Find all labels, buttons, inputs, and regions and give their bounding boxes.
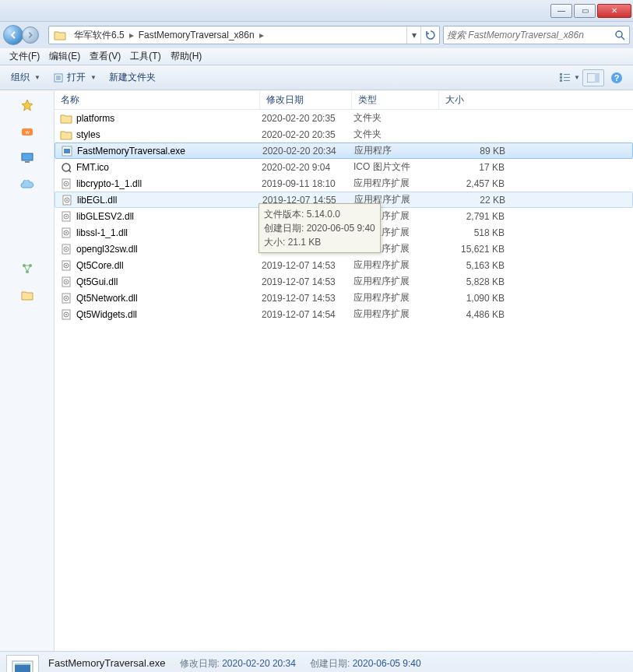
file-date: 2019-12-07 14:53 bbox=[262, 260, 353, 271]
column-date[interactable]: 修改日期 bbox=[260, 91, 352, 109]
details-pane: FastMemoryTraversal.exe 修改日期: 2020-02-20… bbox=[0, 651, 633, 672]
open-icon bbox=[53, 72, 64, 83]
dll-icon bbox=[60, 194, 74, 206]
file-name: Qt5Gui.dll bbox=[76, 276, 262, 287]
file-size: 15,621 KB bbox=[441, 244, 505, 255]
menu-help[interactable]: 帮助(H) bbox=[166, 48, 207, 65]
file-type: 应用程序 bbox=[354, 144, 441, 157]
favorites-icon[interactable] bbox=[19, 97, 35, 113]
back-button[interactable] bbox=[3, 25, 23, 45]
view-icon bbox=[560, 73, 572, 83]
file-type: 应用程序扩展 bbox=[353, 308, 441, 321]
file-size: 2,791 KB bbox=[441, 211, 505, 222]
search-box[interactable] bbox=[443, 26, 630, 44]
svg-rect-16 bbox=[25, 161, 30, 163]
computer-icon[interactable] bbox=[19, 150, 35, 166]
tooltip: 文件版本: 5.14.0.0 创建日期: 2020-06-05 9:40 大小:… bbox=[258, 203, 381, 253]
arrow-right-icon bbox=[26, 31, 34, 39]
search-icon[interactable] bbox=[610, 30, 629, 40]
ico-icon bbox=[59, 161, 73, 174]
open-button[interactable]: 打开▼ bbox=[47, 69, 103, 86]
column-type[interactable]: 类型 bbox=[352, 91, 439, 109]
view-options-button[interactable]: ▼ bbox=[559, 69, 581, 86]
svg-point-40 bbox=[65, 265, 67, 266]
search-input[interactable] bbox=[444, 30, 610, 40]
file-row[interactable]: styles2020-02-20 20:35文件夹 bbox=[55, 126, 633, 142]
folder-nav-icon[interactable] bbox=[19, 287, 35, 303]
cloud-icon[interactable] bbox=[19, 177, 35, 192]
address-dropdown[interactable]: ▾ bbox=[406, 26, 420, 44]
column-size[interactable]: 大小 bbox=[439, 91, 509, 109]
svg-rect-10 bbox=[595, 73, 600, 83]
file-date: 2020-02-20 20:34 bbox=[262, 146, 354, 157]
file-type: 应用程序扩展 bbox=[353, 291, 441, 304]
file-name: Qt5Widgets.dll bbox=[76, 309, 262, 320]
wps-cloud-icon[interactable]: W bbox=[19, 124, 35, 139]
tooltip-line: 创建日期: 2020-06-05 9:40 bbox=[264, 221, 375, 235]
file-row[interactable]: Qt5Widgets.dll2019-12-07 14:54应用程序扩展4,48… bbox=[55, 306, 633, 322]
file-size: 2,457 KB bbox=[441, 178, 505, 189]
file-name: FastMemoryTraversal.exe bbox=[77, 146, 262, 157]
file-row[interactable]: FastMemoryTraversal.exe2020-02-20 20:34应… bbox=[55, 142, 633, 159]
breadcrumb-seg-1[interactable]: 华军软件6.5 bbox=[71, 29, 128, 42]
svg-rect-51 bbox=[15, 665, 30, 673]
svg-rect-52 bbox=[15, 663, 30, 665]
file-row[interactable]: Qt5Gui.dll2019-12-07 14:53应用程序扩展5,828 KB bbox=[55, 273, 633, 290]
file-type: 文件夹 bbox=[353, 128, 441, 141]
details-moddate: 2020-02-20 20:34 bbox=[222, 658, 296, 669]
close-button[interactable]: ✕ bbox=[597, 4, 631, 18]
folder-icon bbox=[59, 128, 73, 141]
details-created-label: 创建日期: bbox=[310, 658, 350, 669]
svg-rect-8 bbox=[564, 80, 570, 81]
tooltip-line: 大小: 21.1 KB bbox=[264, 235, 375, 249]
file-row[interactable]: FMT.ico2020-02-20 9:04ICO 图片文件17 KB bbox=[55, 159, 633, 175]
folder-icon bbox=[59, 112, 73, 125]
help-button[interactable]: ? bbox=[606, 69, 628, 86]
network-icon[interactable] bbox=[19, 261, 35, 276]
svg-rect-21 bbox=[64, 149, 70, 153]
refresh-button[interactable] bbox=[420, 26, 439, 44]
file-type: 文件夹 bbox=[353, 111, 441, 125]
file-row[interactable]: Qt5Core.dll2019-12-07 14:53应用程序扩展5,163 K… bbox=[55, 257, 633, 273]
details-moddate-label: 修改日期: bbox=[180, 658, 220, 669]
chevron-right-icon[interactable]: ▸ bbox=[258, 30, 266, 40]
minimize-button[interactable]: — bbox=[550, 4, 572, 18]
folder-icon bbox=[52, 27, 68, 43]
file-row[interactable]: Qt5Network.dll2019-12-07 14:53应用程序扩展1,09… bbox=[55, 290, 633, 306]
file-name: libssl-1_1.dll bbox=[76, 227, 262, 238]
breadcrumb-seg-2[interactable]: FastMemoryTraversal_x86n bbox=[135, 30, 258, 40]
file-row[interactable]: libcrypto-1_1.dll2019-09-11 18:10应用程序扩展2… bbox=[55, 175, 633, 192]
svg-point-37 bbox=[65, 248, 67, 250]
forward-button[interactable] bbox=[22, 26, 39, 44]
file-size: 5,163 KB bbox=[441, 260, 505, 271]
navigation-pane[interactable]: W bbox=[0, 91, 55, 651]
chevron-down-icon: ▼ bbox=[574, 74, 580, 81]
file-date: 2019-12-07 14:53 bbox=[262, 293, 353, 304]
file-rows[interactable]: platforms2020-02-20 20:35文件夹styles2020-0… bbox=[55, 110, 633, 651]
chevron-right-icon[interactable]: ▸ bbox=[128, 30, 135, 40]
organize-button[interactable]: 组织▼ bbox=[5, 69, 47, 86]
menu-file[interactable]: 文件(F) bbox=[5, 48, 44, 65]
dll-icon bbox=[59, 210, 73, 223]
new-folder-button[interactable]: 新建文件夹 bbox=[103, 69, 162, 86]
menu-view[interactable]: 查看(V) bbox=[85, 48, 125, 65]
address-bar[interactable]: 华军软件6.5 ▸ FastMemoryTraversal_x86n ▸ ▾ bbox=[48, 26, 440, 44]
details-created: 2020-06-05 9:40 bbox=[353, 658, 421, 669]
svg-rect-3 bbox=[560, 73, 562, 76]
preview-icon bbox=[587, 73, 600, 83]
svg-point-49 bbox=[65, 314, 67, 315]
maximize-button[interactable]: ▭ bbox=[574, 4, 596, 18]
menu-tools[interactable]: 工具(T) bbox=[125, 48, 165, 65]
toolbar: 组织▼ 打开▼ 新建文件夹 ▼ ? bbox=[0, 65, 633, 90]
file-name: libEGL.dll bbox=[77, 195, 262, 206]
column-name[interactable]: 名称 bbox=[55, 91, 260, 109]
svg-point-25 bbox=[65, 183, 67, 185]
file-date: 2019-12-07 14:53 bbox=[262, 276, 353, 287]
file-name: FMT.ico bbox=[76, 162, 262, 173]
preview-pane-button[interactable] bbox=[582, 69, 604, 86]
file-row[interactable]: platforms2020-02-20 20:35文件夹 bbox=[55, 110, 633, 126]
file-size: 5,828 KB bbox=[441, 276, 505, 287]
file-type: 应用程序扩展 bbox=[353, 259, 441, 272]
file-list-area: 名称 修改日期 类型 大小 platforms2020-02-20 20:35文… bbox=[55, 91, 633, 651]
menu-edit[interactable]: 编辑(E) bbox=[44, 48, 85, 65]
